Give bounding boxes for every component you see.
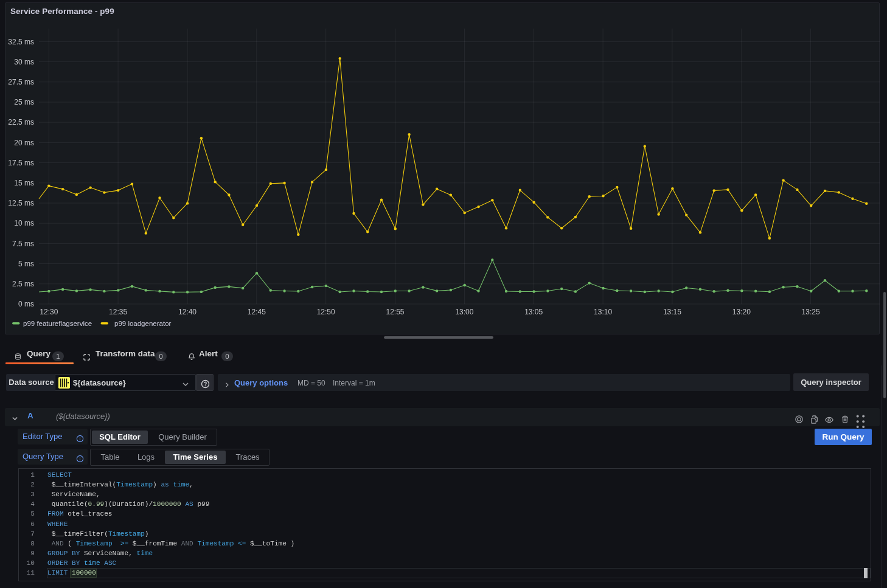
svg-text:7.5 ms: 7.5 ms [12,240,34,248]
svg-text:5 ms: 5 ms [18,260,34,268]
svg-text:12:40: 12:40 [178,308,197,316]
svg-text:12.5 ms: 12.5 ms [8,199,34,207]
svg-text:12:45: 12:45 [248,308,266,316]
svg-text:12:50: 12:50 [317,308,335,316]
svg-text:20 ms: 20 ms [14,139,34,147]
svg-text:p99 featureflagservice: p99 featureflagservice [23,320,92,327]
svg-text:13:20: 13:20 [732,308,751,316]
svg-text:25 ms: 25 ms [14,98,34,106]
svg-text:13:05: 13:05 [524,308,543,316]
svg-text:17.5 ms: 17.5 ms [8,159,34,167]
svg-text:2.5 ms: 2.5 ms [12,280,34,288]
svg-text:12:30: 12:30 [40,308,58,316]
svg-text:32.5 ms: 32.5 ms [8,38,34,46]
svg-text:10 ms: 10 ms [14,219,34,227]
svg-text:30 ms: 30 ms [14,58,34,66]
svg-text:p99 loadgenerator: p99 loadgenerator [114,320,172,327]
svg-text:13:15: 13:15 [663,308,681,316]
svg-text:12:55: 12:55 [386,308,404,316]
svg-text:12:35: 12:35 [109,308,127,316]
svg-text:13:10: 13:10 [594,308,612,316]
svg-text:22.5 ms: 22.5 ms [8,118,34,126]
svg-text:0 ms: 0 ms [18,300,34,308]
svg-text:13:00: 13:00 [455,308,473,316]
svg-text:27.5 ms: 27.5 ms [8,78,34,86]
svg-text:15 ms: 15 ms [14,179,34,187]
svg-text:13:25: 13:25 [802,308,820,316]
